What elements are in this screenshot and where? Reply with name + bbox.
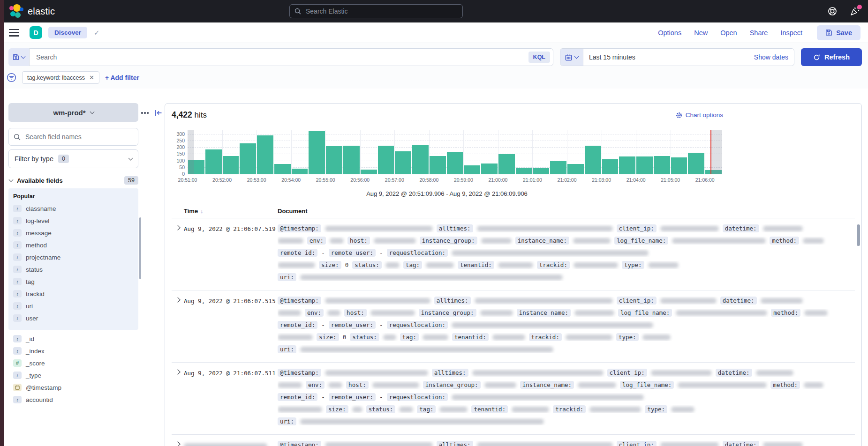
time-range-value[interactable]: Last 15 minutes: [589, 53, 635, 61]
histogram-bar[interactable]: [395, 151, 411, 174]
field-item-_type[interactable]: t_type: [12, 369, 135, 381]
redacted-value: [481, 238, 512, 244]
histogram-bar[interactable]: [550, 161, 566, 174]
kql-search-input[interactable]: [35, 53, 528, 61]
histogram-bar[interactable]: [481, 164, 498, 174]
histogram-bar[interactable]: [257, 135, 273, 174]
nav-link-new[interactable]: New: [694, 29, 708, 37]
nav-link-open[interactable]: Open: [720, 29, 737, 37]
histogram-bar[interactable]: [602, 159, 619, 174]
show-dates-link[interactable]: Show dates: [754, 53, 788, 61]
histogram-bar[interactable]: [688, 153, 704, 174]
expand-row-button[interactable]: [172, 441, 184, 446]
news-icon[interactable]: [849, 6, 860, 17]
histogram-bar[interactable]: [343, 146, 360, 174]
histogram-bar[interactable]: [240, 143, 256, 174]
elastic-brand[interactable]: elastic: [9, 4, 55, 18]
filter-by-type-button[interactable]: Filter by type 0: [8, 149, 138, 168]
breadcrumb[interactable]: Discover: [48, 27, 87, 38]
field-item-user[interactable]: tuser: [12, 312, 135, 324]
histogram-bar[interactable]: [585, 146, 601, 174]
doc-field-name: size:: [319, 261, 341, 269]
global-search-input[interactable]: [305, 7, 458, 15]
field-item-log-level[interactable]: tlog-level: [12, 215, 135, 227]
x-axis-label: 20:52:00: [212, 177, 232, 183]
nav-link-inspect[interactable]: Inspect: [780, 29, 802, 37]
add-filter-link[interactable]: + Add filter: [105, 74, 139, 82]
time-column-header[interactable]: Time ↓: [184, 208, 278, 215]
redacted-value: [574, 262, 618, 268]
doc-field-value: 0: [345, 261, 349, 268]
field-item-trackid[interactable]: ttrackid: [12, 288, 135, 300]
sort-descending-icon[interactable]: ↓: [200, 208, 204, 215]
field-item-uri[interactable]: turi: [12, 300, 135, 312]
sidebar-scrollbar[interactable]: [139, 217, 141, 279]
histogram-bar[interactable]: [619, 156, 635, 174]
histogram-bar[interactable]: [223, 156, 239, 174]
field-item-_score[interactable]: #_score: [12, 357, 135, 369]
index-pattern-selector[interactable]: wm-prod*: [8, 103, 138, 122]
field-item-tag[interactable]: ttag: [12, 275, 135, 288]
brand-name: elastic: [28, 6, 55, 17]
expand-row-button[interactable]: [172, 297, 184, 357]
table-scrollbar[interactable]: [857, 224, 860, 446]
histogram-bar[interactable]: [412, 145, 429, 174]
available-fields-toggle[interactable]: Available fields 59: [9, 176, 138, 185]
saved-query-button[interactable]: [8, 48, 29, 66]
field-options-icon[interactable]: [141, 112, 149, 114]
help-icon[interactable]: [827, 6, 838, 17]
field-item-@timestamp[interactable]: @timestamp: [12, 381, 135, 394]
doc-field-name: @timestamp:: [278, 224, 321, 232]
refresh-button[interactable]: Refresh: [801, 48, 862, 66]
field-search-input[interactable]: [24, 133, 133, 141]
redacted-value: [300, 419, 544, 424]
histogram-bar[interactable]: [464, 165, 480, 174]
chart-options-link[interactable]: Chart options: [676, 112, 723, 119]
histogram-bar[interactable]: [274, 164, 291, 174]
histogram-bar[interactable]: [671, 157, 687, 174]
field-item-message[interactable]: tmessage: [12, 227, 135, 239]
histogram-bar[interactable]: [205, 149, 222, 174]
filter-icon[interactable]: [7, 73, 16, 82]
histogram-bar[interactable]: [309, 131, 325, 174]
histogram-bar[interactable]: [447, 152, 463, 174]
remove-filter-icon[interactable]: ✕: [89, 74, 94, 81]
chevron-right-icon: [175, 297, 180, 302]
kql-search-box[interactable]: KQL: [29, 48, 553, 66]
global-search[interactable]: [289, 4, 463, 18]
hits-count: 4,422 hits: [172, 110, 207, 120]
histogram-bar[interactable]: [533, 168, 549, 174]
save-button[interactable]: Save: [817, 25, 860, 40]
field-item-classname[interactable]: tclassname: [12, 202, 135, 215]
nav-link-share[interactable]: Share: [750, 29, 768, 37]
field-item-status[interactable]: tstatus: [12, 263, 135, 275]
doc-line: env:host:instance_group:instance_name:lo…: [278, 237, 855, 245]
histogram-bar[interactable]: [326, 146, 342, 174]
histogram-bar[interactable]: [516, 168, 532, 174]
app-badge[interactable]: D: [30, 26, 42, 39]
doc-line: uri:: [278, 417, 855, 425]
doc-field-name: env:: [307, 237, 326, 245]
applied-filter-pill[interactable]: tag.keyword: lbaccess ✕: [22, 71, 99, 84]
histogram-bar[interactable]: [378, 146, 394, 174]
collapse-sidebar-icon[interactable]: [155, 110, 162, 116]
expand-row-button[interactable]: [172, 224, 184, 285]
field-search-box[interactable]: [8, 128, 138, 146]
histogram-bar[interactable]: [567, 164, 584, 174]
field-item-method[interactable]: tmethod: [12, 239, 135, 251]
menu-icon[interactable]: [9, 29, 19, 37]
histogram-bar[interactable]: [654, 156, 670, 174]
field-item-_index[interactable]: t_index: [12, 345, 135, 357]
histogram-bar[interactable]: [636, 156, 653, 174]
field-item-projectname[interactable]: tprojectname: [12, 251, 135, 263]
expand-row-button[interactable]: [172, 369, 184, 430]
histogram-bar[interactable]: [292, 169, 308, 174]
field-item-accountid[interactable]: taccountid: [12, 394, 135, 406]
histogram-bar[interactable]: [361, 170, 377, 174]
histogram-bar[interactable]: [430, 156, 446, 174]
field-item-_id[interactable]: t_id: [12, 333, 135, 345]
query-language-badge[interactable]: KQL: [528, 52, 550, 63]
calendar-button[interactable]: [560, 49, 583, 66]
histogram-bar[interactable]: [498, 154, 515, 174]
nav-link-options[interactable]: Options: [658, 29, 681, 37]
